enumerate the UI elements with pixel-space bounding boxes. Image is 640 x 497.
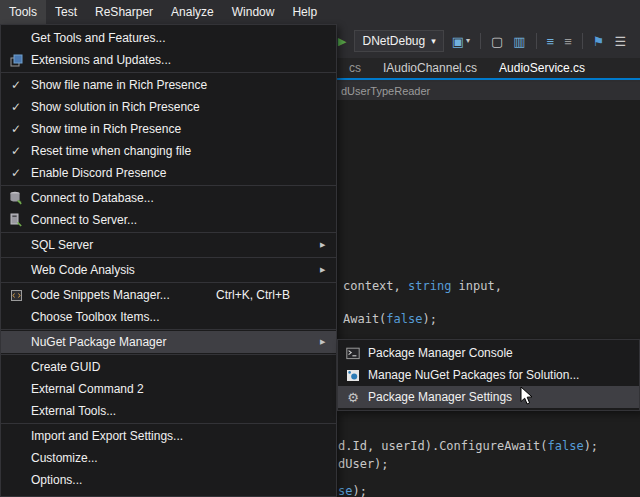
menubar-item-tools[interactable]: Tools xyxy=(0,0,46,24)
extensions-icon xyxy=(1,54,31,67)
tools-menu-item-show-file-name-in-rich-presence[interactable]: ✓Show file name in Rich Presence xyxy=(1,74,336,96)
menu-item-label: Web Code Analysis xyxy=(31,263,316,277)
tab-iaudiochannel-cs[interactable]: IAudioChannel.cs xyxy=(372,58,488,78)
tools-menu-item-code-snippets-manager[interactable]: Code Snippets Manager...Ctrl+K, Ctrl+B xyxy=(1,284,336,306)
indent-lines-icon[interactable]: ≡ xyxy=(547,35,555,48)
tools-menu-item-choose-toolbox-items[interactable]: Choose Toolbox Items... xyxy=(1,306,336,328)
tools-menu-item-show-solution-in-rich-presence[interactable]: ✓Show solution in Rich Presence xyxy=(1,96,336,118)
debug-target-dropdown[interactable]: DNetDebug ▾ xyxy=(354,30,443,52)
database-connect-icon xyxy=(1,191,31,205)
nuget-submenu-item-manage-nuget-packages-for-solution[interactable]: Manage NuGet Packages for Solution... xyxy=(338,364,639,386)
tools-menu-item-show-time-in-rich-presence[interactable]: ✓Show time in Rich Presence xyxy=(1,118,336,140)
code-token: ); xyxy=(584,439,598,453)
tools-menu-item-connect-to-database[interactable]: Connect to Database... xyxy=(1,187,336,209)
menubar-item-analyze[interactable]: Analyze xyxy=(162,0,223,24)
menu-separator xyxy=(1,282,336,283)
code-token: string xyxy=(408,279,451,293)
nuget-submenu-item-package-manager-console[interactable]: Package Manager Console xyxy=(338,342,639,364)
menu-item-label: Package Manager Settings xyxy=(368,390,619,404)
menu-item-label: Connect to Server... xyxy=(31,213,316,227)
menubar: ToolsTestReSharperAnalyzeWindowHelp xyxy=(0,0,640,24)
breadcrumb-text: dUserTypeReader xyxy=(341,85,430,97)
menubar-item-window[interactable]: Window xyxy=(223,0,284,24)
code-token: false xyxy=(386,312,422,326)
chevron-down-icon: ▾ xyxy=(466,37,470,45)
menu-separator xyxy=(1,354,336,355)
tools-menu-popup: Get Tools and Features...Extensions and … xyxy=(0,24,337,497)
menu-item-label: SQL Server xyxy=(31,238,316,252)
menu-item-label: Choose Toolbox Items... xyxy=(31,310,316,324)
menu-item-label: Extensions and Updates... xyxy=(31,53,316,67)
check-icon: ✓ xyxy=(1,78,31,92)
menu-item-shortcut: Ctrl+K, Ctrl+B xyxy=(216,288,316,302)
tools-menu-item-enable-discord-presence[interactable]: ✓Enable Discord Presence xyxy=(1,162,336,184)
menu-separator xyxy=(1,185,336,186)
new-window-icon[interactable]: ▢ xyxy=(491,35,503,48)
attach-dropdown-icon[interactable]: ▣▾ xyxy=(452,35,470,48)
tab-audioservice-cs[interactable]: AudioService.cs xyxy=(488,58,596,78)
tools-menu-item-web-code-analysis[interactable]: Web Code Analysis▶ xyxy=(1,259,336,281)
menu-item-label: Connect to Database... xyxy=(31,191,316,205)
code-token: dUser); xyxy=(338,457,389,471)
menubar-item-help[interactable]: Help xyxy=(283,0,326,24)
tools-menu-item-extensions-and-updates[interactable]: Extensions and Updates... xyxy=(1,49,336,71)
menu-item-label: Show solution in Rich Presence xyxy=(31,100,316,114)
tools-menu-item-connect-to-server[interactable]: Connect to Server... xyxy=(1,209,336,231)
tools-menu-item-sql-server[interactable]: SQL Server▶ xyxy=(1,234,336,256)
gear-icon: ⚙ xyxy=(338,391,368,404)
code-line: context, string input, xyxy=(343,279,502,293)
menu-item-label: Enable Discord Presence xyxy=(31,166,316,180)
menu-item-label: Code Snippets Manager... xyxy=(31,288,216,302)
server-connect-icon xyxy=(1,213,31,227)
menu-item-label: External Command 2 xyxy=(31,382,316,396)
vs-window: ToolsTestReSharperAnalyzeWindowHelp ▶ DN… xyxy=(0,0,640,497)
nuget-submenu-item-package-manager-settings[interactable]: ⚙Package Manager Settings xyxy=(338,386,639,408)
tab-cs[interactable]: cs xyxy=(338,58,372,78)
tools-menu-item-customize[interactable]: Customize... xyxy=(1,447,336,469)
check-icon: ✓ xyxy=(1,144,31,158)
toolbar-separator xyxy=(536,33,537,49)
tools-menu-item-external-command-2[interactable]: External Command 2 xyxy=(1,378,336,400)
code-line: dUser); xyxy=(338,457,389,471)
menu-item-label: Create GUID xyxy=(31,360,316,374)
submenu-arrow-icon: ▶ xyxy=(316,338,336,346)
menu-separator xyxy=(1,72,336,73)
start-debug-icon[interactable]: ▶ xyxy=(338,36,346,47)
tools-menu-item-nuget-package-manager[interactable]: NuGet Package Manager▶ xyxy=(1,331,336,353)
menu-separator xyxy=(1,329,336,330)
list-menu-icon[interactable]: ☰ xyxy=(614,35,626,48)
chevron-down-icon: ▾ xyxy=(431,36,436,46)
outdent-lines-icon[interactable]: ≡ xyxy=(564,35,572,48)
menu-item-label: Reset time when changing file xyxy=(31,144,316,158)
menu-item-label: Customize... xyxy=(31,451,316,465)
check-icon: ✓ xyxy=(1,100,31,114)
code-token: context, xyxy=(343,279,408,293)
code-token: se xyxy=(338,484,352,497)
toolbar-separator xyxy=(480,33,481,49)
nuget-submenu-popup: Package Manager ConsoleManage NuGet Pack… xyxy=(337,339,640,411)
split-window-icon[interactable]: ▥ xyxy=(513,35,525,48)
bookmark-flag-icon[interactable]: ⚑ xyxy=(593,35,605,48)
nuget-package-icon xyxy=(338,369,368,382)
tools-menu-item-reset-time-when-changing-file[interactable]: ✓Reset time when changing file xyxy=(1,140,336,162)
debug-target-label: DNetDebug xyxy=(362,34,425,48)
tools-menu-item-import-and-export-settings[interactable]: Import and Export Settings... xyxy=(1,425,336,447)
tools-menu-item-options[interactable]: Options... xyxy=(1,469,336,491)
tools-menu-item-external-tools[interactable]: External Tools... xyxy=(1,400,336,422)
tools-menu-item-get-tools-and-features[interactable]: Get Tools and Features... xyxy=(1,27,336,49)
menu-item-label: Get Tools and Features... xyxy=(31,31,316,45)
code-line: d.Id, userId).ConfigureAwait(false); xyxy=(338,439,598,453)
code-token: false xyxy=(548,439,584,453)
toolbar-separator xyxy=(582,33,583,49)
code-line: Await(false); xyxy=(343,312,437,326)
menu-item-label: NuGet Package Manager xyxy=(31,335,316,349)
menu-separator xyxy=(1,232,336,233)
code-token: input, xyxy=(451,279,502,293)
tools-menu-item-create-guid[interactable]: Create GUID xyxy=(1,356,336,378)
console-icon xyxy=(338,347,368,360)
code-line: se); xyxy=(338,484,367,497)
menu-item-label: External Tools... xyxy=(31,404,316,418)
code-snippets-icon xyxy=(1,289,31,302)
menubar-item-resharper[interactable]: ReSharper xyxy=(86,0,162,24)
menubar-item-test[interactable]: Test xyxy=(46,0,86,24)
